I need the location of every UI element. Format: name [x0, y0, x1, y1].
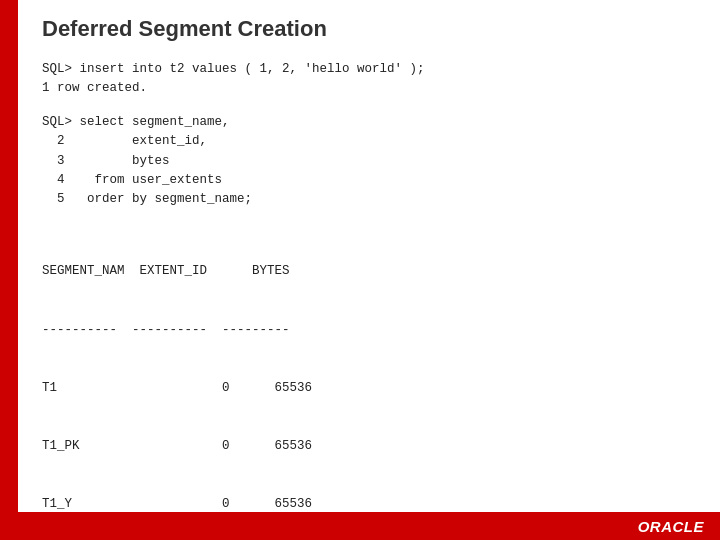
select-code-block: SQL> select segment_name, 2 extent_id, 3…	[42, 113, 696, 210]
insert-code-block: SQL> insert into t2 values ( 1, 2, 'hell…	[42, 60, 696, 99]
table-row: T1_PK 0 65536	[42, 437, 696, 456]
oracle-logo: ORACLE	[638, 518, 704, 535]
table-header: SEGMENT_NAM EXTENT_ID BYTES	[42, 262, 696, 281]
main-content: Deferred Segment Creation SQL> insert in…	[18, 0, 720, 512]
table-row: T1 0 65536	[42, 379, 696, 398]
bottom-bar: ORACLE	[0, 512, 720, 540]
left-red-bar	[0, 0, 18, 540]
table-divider: ---------- ---------- ---------	[42, 321, 696, 340]
query-results-table: SEGMENT_NAM EXTENT_ID BYTES ---------- -…	[42, 224, 696, 540]
page-title: Deferred Segment Creation	[42, 16, 696, 42]
